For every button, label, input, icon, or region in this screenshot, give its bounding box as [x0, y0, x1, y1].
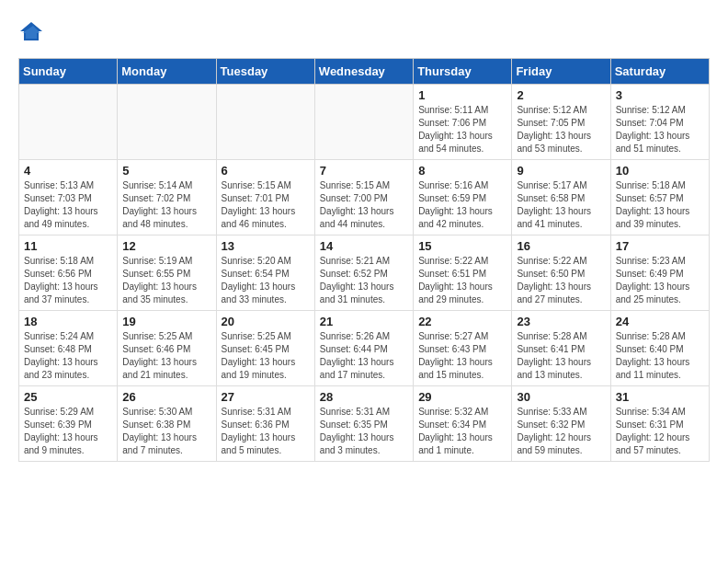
day-info: Sunrise: 5:15 AM Sunset: 7:01 PM Dayligh… — [222, 179, 310, 231]
day-number: 19 — [122, 315, 210, 328]
day-info: Sunrise: 5:29 AM Sunset: 6:39 PM Dayligh… — [24, 406, 112, 457]
day-info: Sunrise: 5:28 AM Sunset: 6:40 PM Dayligh… — [616, 330, 704, 382]
calendar-cell — [216, 85, 314, 160]
calendar-cell: 4Sunrise: 5:13 AM Sunset: 7:03 PM Daylig… — [19, 160, 118, 236]
day-info: Sunrise: 5:22 AM Sunset: 6:51 PM Dayligh… — [418, 255, 506, 306]
calendar-cell: 31Sunrise: 5:34 AM Sunset: 6:31 PM Dayli… — [610, 386, 709, 462]
day-number: 6 — [222, 164, 310, 178]
day-info: Sunrise: 5:30 AM Sunset: 6:38 PM Dayligh… — [122, 406, 210, 457]
day-number: 9 — [517, 164, 605, 178]
day-number: 13 — [222, 239, 310, 253]
day-info: Sunrise: 5:26 AM Sunset: 6:44 PM Dayligh… — [320, 330, 408, 382]
calendar-cell: 11Sunrise: 5:18 AM Sunset: 6:56 PM Dayli… — [19, 236, 118, 311]
calendar-cell: 30Sunrise: 5:33 AM Sunset: 6:32 PM Dayli… — [512, 386, 610, 462]
day-info: Sunrise: 5:23 AM Sunset: 6:49 PM Dayligh… — [616, 255, 704, 306]
day-number: 5 — [122, 164, 210, 178]
day-number: 30 — [517, 390, 605, 404]
day-number: 25 — [24, 390, 112, 404]
weekday-header-saturday: Saturday — [610, 59, 709, 85]
calendar-cell — [314, 85, 413, 160]
calendar-cell: 25Sunrise: 5:29 AM Sunset: 6:39 PM Dayli… — [19, 386, 118, 462]
calendar-cell: 22Sunrise: 5:27 AM Sunset: 6:43 PM Dayli… — [414, 311, 512, 386]
day-info: Sunrise: 5:20 AM Sunset: 6:54 PM Dayligh… — [222, 255, 310, 306]
day-number: 27 — [222, 390, 310, 404]
day-number: 3 — [616, 88, 704, 102]
calendar-cell: 14Sunrise: 5:21 AM Sunset: 6:52 PM Dayli… — [314, 236, 413, 311]
day-number: 15 — [418, 239, 506, 253]
calendar-cell: 6Sunrise: 5:15 AM Sunset: 7:01 PM Daylig… — [216, 160, 314, 236]
calendar-cell: 23Sunrise: 5:28 AM Sunset: 6:41 PM Dayli… — [512, 311, 610, 386]
calendar-cell: 28Sunrise: 5:31 AM Sunset: 6:35 PM Dayli… — [314, 386, 413, 462]
day-info: Sunrise: 5:12 AM Sunset: 7:04 PM Dayligh… — [616, 104, 704, 155]
calendar-header-row: SundayMondayTuesdayWednesdayThursdayFrid… — [19, 59, 710, 85]
day-info: Sunrise: 5:33 AM Sunset: 6:32 PM Dayligh… — [517, 406, 605, 457]
calendar-cell: 12Sunrise: 5:19 AM Sunset: 6:55 PM Dayli… — [118, 236, 216, 311]
calendar-cell: 24Sunrise: 5:28 AM Sunset: 6:40 PM Dayli… — [610, 311, 709, 386]
calendar-week-3: 11Sunrise: 5:18 AM Sunset: 6:56 PM Dayli… — [19, 236, 710, 311]
calendar-cell: 16Sunrise: 5:22 AM Sunset: 6:50 PM Dayli… — [512, 236, 610, 311]
day-number: 21 — [320, 315, 408, 328]
calendar-cell: 18Sunrise: 5:24 AM Sunset: 6:48 PM Dayli… — [19, 311, 118, 386]
calendar-cell: 1Sunrise: 5:11 AM Sunset: 7:06 PM Daylig… — [414, 85, 512, 160]
calendar-cell: 19Sunrise: 5:25 AM Sunset: 6:46 PM Dayli… — [118, 311, 216, 386]
day-number: 17 — [616, 239, 704, 253]
day-info: Sunrise: 5:24 AM Sunset: 6:48 PM Dayligh… — [24, 330, 112, 382]
calendar-cell: 15Sunrise: 5:22 AM Sunset: 6:51 PM Dayli… — [414, 236, 512, 311]
calendar-cell: 27Sunrise: 5:31 AM Sunset: 6:36 PM Dayli… — [216, 386, 314, 462]
day-info: Sunrise: 5:18 AM Sunset: 6:57 PM Dayligh… — [616, 179, 704, 231]
day-info: Sunrise: 5:16 AM Sunset: 6:59 PM Dayligh… — [418, 179, 506, 231]
day-number: 4 — [24, 164, 112, 178]
weekday-header-sunday: Sunday — [19, 59, 118, 85]
weekday-header-wednesday: Wednesday — [314, 59, 413, 85]
calendar-week-1: 1Sunrise: 5:11 AM Sunset: 7:06 PM Daylig… — [19, 85, 710, 160]
calendar-cell: 21Sunrise: 5:26 AM Sunset: 6:44 PM Dayli… — [314, 311, 413, 386]
day-info: Sunrise: 5:22 AM Sunset: 6:50 PM Dayligh… — [517, 255, 605, 306]
day-number: 7 — [320, 164, 408, 178]
day-number: 12 — [122, 239, 210, 253]
calendar-cell: 20Sunrise: 5:25 AM Sunset: 6:45 PM Dayli… — [216, 311, 314, 386]
day-number: 8 — [418, 164, 506, 178]
logo — [18, 18, 46, 44]
page-header — [18, 18, 710, 44]
day-info: Sunrise: 5:21 AM Sunset: 6:52 PM Dayligh… — [320, 255, 408, 306]
weekday-header-tuesday: Tuesday — [216, 59, 314, 85]
day-number: 2 — [517, 88, 605, 102]
weekday-header-friday: Friday — [512, 59, 610, 85]
calendar-cell — [118, 85, 216, 160]
day-info: Sunrise: 5:15 AM Sunset: 7:00 PM Dayligh… — [320, 179, 408, 231]
day-number: 28 — [320, 390, 408, 404]
day-info: Sunrise: 5:28 AM Sunset: 6:41 PM Dayligh… — [517, 330, 605, 382]
day-info: Sunrise: 5:31 AM Sunset: 6:35 PM Dayligh… — [320, 406, 408, 457]
calendar-week-4: 18Sunrise: 5:24 AM Sunset: 6:48 PM Dayli… — [19, 311, 710, 386]
day-number: 10 — [616, 164, 704, 178]
day-info: Sunrise: 5:25 AM Sunset: 6:46 PM Dayligh… — [122, 330, 210, 382]
day-info: Sunrise: 5:34 AM Sunset: 6:31 PM Dayligh… — [616, 406, 704, 457]
day-number: 31 — [616, 390, 704, 404]
calendar-cell: 17Sunrise: 5:23 AM Sunset: 6:49 PM Dayli… — [610, 236, 709, 311]
calendar-cell: 9Sunrise: 5:17 AM Sunset: 6:58 PM Daylig… — [512, 160, 610, 236]
day-info: Sunrise: 5:31 AM Sunset: 6:36 PM Dayligh… — [222, 406, 310, 457]
day-info: Sunrise: 5:19 AM Sunset: 6:55 PM Dayligh… — [122, 255, 210, 306]
day-info: Sunrise: 5:27 AM Sunset: 6:43 PM Dayligh… — [418, 330, 506, 382]
day-number: 29 — [418, 390, 506, 404]
calendar-cell: 8Sunrise: 5:16 AM Sunset: 6:59 PM Daylig… — [414, 160, 512, 236]
calendar-cell: 5Sunrise: 5:14 AM Sunset: 7:02 PM Daylig… — [118, 160, 216, 236]
weekday-header-thursday: Thursday — [414, 59, 512, 85]
weekday-header-monday: Monday — [118, 59, 216, 85]
calendar-cell: 7Sunrise: 5:15 AM Sunset: 7:00 PM Daylig… — [314, 160, 413, 236]
day-info: Sunrise: 5:25 AM Sunset: 6:45 PM Dayligh… — [222, 330, 310, 382]
day-number: 20 — [222, 315, 310, 328]
day-info: Sunrise: 5:11 AM Sunset: 7:06 PM Dayligh… — [418, 104, 506, 155]
day-info: Sunrise: 5:13 AM Sunset: 7:03 PM Dayligh… — [24, 179, 112, 231]
day-number: 1 — [418, 88, 506, 102]
calendar-cell: 10Sunrise: 5:18 AM Sunset: 6:57 PM Dayli… — [610, 160, 709, 236]
calendar-week-2: 4Sunrise: 5:13 AM Sunset: 7:03 PM Daylig… — [19, 160, 710, 236]
day-number: 11 — [24, 239, 112, 253]
day-info: Sunrise: 5:14 AM Sunset: 7:02 PM Dayligh… — [122, 179, 210, 231]
day-number: 14 — [320, 239, 408, 253]
calendar: SundayMondayTuesdayWednesdayThursdayFrid… — [18, 58, 710, 462]
logo-icon — [18, 18, 44, 44]
day-info: Sunrise: 5:18 AM Sunset: 6:56 PM Dayligh… — [24, 255, 112, 306]
calendar-cell: 13Sunrise: 5:20 AM Sunset: 6:54 PM Dayli… — [216, 236, 314, 311]
day-info: Sunrise: 5:17 AM Sunset: 6:58 PM Dayligh… — [517, 179, 605, 231]
